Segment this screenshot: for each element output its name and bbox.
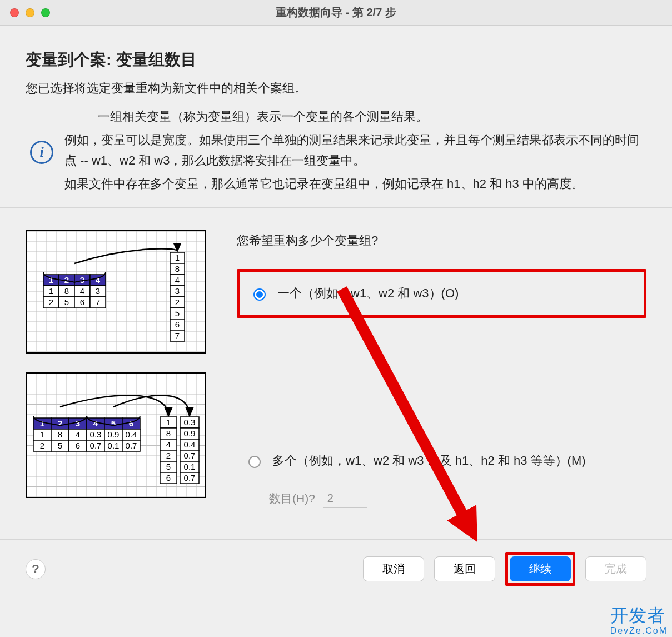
- info-icon: i: [30, 141, 53, 164]
- multi-count-input[interactable]: [323, 489, 367, 508]
- prompt-text: 您希望重构多少个变量组?: [237, 232, 646, 249]
- svg-text:2: 2: [40, 441, 44, 450]
- radio-one-label: 一个（例如，w1、w2 和 w3）(O): [277, 285, 459, 302]
- radio-multi-label: 多个（例如，w1、w2 和 w3 以及 h1、h2 和 h3 等等）(M): [272, 452, 586, 469]
- svg-text:2: 2: [64, 275, 69, 285]
- svg-text:4: 4: [175, 275, 180, 285]
- svg-text:0.7: 0.7: [184, 473, 196, 482]
- svg-text:3: 3: [80, 275, 84, 285]
- intro-text: 您已选择将选定变量重构为新文件中的相关个案组。: [26, 80, 646, 97]
- svg-text:0.1: 0.1: [108, 441, 120, 450]
- svg-text:2: 2: [58, 419, 62, 428]
- help-button[interactable]: ?: [26, 559, 46, 579]
- explain-p1: 一组相关变量（称为变量组）表示一个变量的各个测量结果。: [98, 107, 646, 127]
- svg-text:6: 6: [166, 473, 171, 482]
- svg-text:3: 3: [175, 286, 180, 296]
- svg-text:8: 8: [58, 430, 62, 439]
- multi-count-label: 数目(H)?: [269, 491, 315, 506]
- svg-text:1: 1: [40, 419, 44, 428]
- svg-text:8: 8: [175, 264, 180, 273]
- svg-text:4: 4: [76, 430, 80, 439]
- continue-highlight: 继续: [505, 552, 575, 586]
- svg-text:2: 2: [166, 451, 171, 460]
- svg-text:5: 5: [175, 308, 180, 318]
- svg-text:5: 5: [64, 297, 69, 307]
- svg-text:7: 7: [96, 297, 100, 307]
- svg-text:0.9: 0.9: [184, 429, 196, 438]
- svg-text:2: 2: [175, 297, 180, 307]
- svg-text:5: 5: [111, 419, 116, 428]
- svg-text:4: 4: [80, 286, 84, 296]
- svg-text:6: 6: [80, 297, 84, 307]
- finish-button: 完成: [585, 556, 646, 581]
- radio-multi-input[interactable]: [248, 456, 261, 468]
- window-title: 重构数据向导 - 第 2/7 步: [0, 5, 672, 20]
- svg-text:4: 4: [96, 275, 101, 285]
- svg-text:5: 5: [58, 441, 62, 450]
- svg-text:0.4: 0.4: [184, 440, 196, 449]
- svg-text:8: 8: [166, 429, 171, 438]
- svg-text:5: 5: [166, 462, 171, 471]
- titlebar: 重构数据向导 - 第 2/7 步: [0, 0, 672, 26]
- svg-text:4: 4: [93, 419, 98, 428]
- svg-text:0.9: 0.9: [108, 430, 120, 439]
- illustration-one-group: 12341843256718432567: [26, 230, 206, 354]
- svg-text:6: 6: [76, 441, 80, 450]
- svg-text:3: 3: [96, 286, 100, 296]
- svg-text:1: 1: [175, 253, 180, 262]
- watermark: 开发者 DevZe.CoM: [610, 604, 668, 636]
- svg-text:0.7: 0.7: [90, 441, 102, 450]
- continue-button[interactable]: 继续: [510, 556, 571, 581]
- svg-text:1: 1: [40, 430, 44, 439]
- svg-text:3: 3: [76, 419, 80, 428]
- back-button[interactable]: 返回: [434, 556, 495, 581]
- explain-p3: 如果文件中存在多个变量，那么通常它也记录在变量组中，例如记录在 h1、h2 和 …: [64, 174, 646, 194]
- svg-text:7: 7: [175, 331, 180, 340]
- svg-text:0.4: 0.4: [126, 430, 137, 439]
- svg-text:6: 6: [175, 320, 180, 329]
- radio-one-group[interactable]: 一个（例如，w1、w2 和 w3）(O): [237, 269, 646, 318]
- cancel-button[interactable]: 取消: [363, 556, 424, 581]
- radio-multi-group[interactable]: 多个（例如，w1、w2 和 w3 以及 h1、h2 和 h3 等等）(M): [237, 447, 646, 475]
- svg-text:0.1: 0.1: [184, 462, 196, 471]
- illustration-multi-group: 1234561840.30.90.42560.70.10.71842560.30…: [26, 372, 206, 498]
- svg-text:4: 4: [166, 440, 171, 449]
- svg-text:6: 6: [129, 419, 133, 428]
- svg-text:0.7: 0.7: [126, 441, 137, 450]
- svg-text:1: 1: [49, 286, 53, 296]
- svg-text:1: 1: [49, 275, 53, 285]
- svg-text:0.7: 0.7: [184, 451, 196, 460]
- svg-text:1: 1: [166, 417, 171, 427]
- explain-p2: 例如，变量可以是宽度。如果使用三个单独的测量结果来记录此变量，并且每个测量结果都…: [64, 130, 646, 171]
- svg-text:0.3: 0.3: [90, 430, 102, 439]
- page-title: 变量到个案: 变量组数目: [26, 49, 646, 71]
- svg-text:8: 8: [64, 286, 69, 296]
- radio-one-input[interactable]: [253, 288, 266, 301]
- svg-text:2: 2: [49, 297, 53, 307]
- svg-text:0.3: 0.3: [184, 417, 196, 427]
